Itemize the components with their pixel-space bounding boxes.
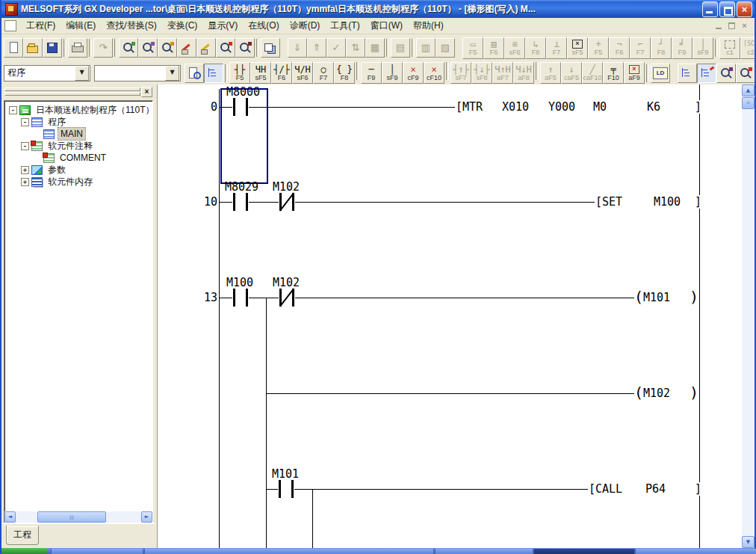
closed-contact[interactable] xyxy=(279,289,295,307)
ladder-vertical-scrollbar[interactable]: ▲ ≡ ▼ xyxy=(742,84,755,548)
cross-reference-button[interactable] xyxy=(261,38,280,58)
program-list-button[interactable]: ▤ xyxy=(391,38,410,58)
tree-toggle-minus-icon[interactable]: - xyxy=(21,142,29,150)
menu-item-8[interactable]: 窗口(W) xyxy=(365,18,408,34)
chevron-down-icon[interactable]: ▼ xyxy=(75,66,89,81)
rising-pulse-contact-button[interactable]: ┤↑├sF7 xyxy=(450,62,471,84)
read-from-plc-button[interactable]: ⇑ xyxy=(307,38,326,58)
ladder-list-toggle-button[interactable] xyxy=(651,64,670,83)
tree-item-device-comment[interactable]: -软元件注释 xyxy=(4,140,152,152)
mode-combo[interactable]: 程序 ▼ xyxy=(4,65,90,81)
taskbar-button[interactable] xyxy=(51,549,143,554)
open-contact-branch-button[interactable]: ЧНsF5 xyxy=(250,62,271,84)
scroll-left-arrow[interactable]: ◄ xyxy=(4,511,16,523)
tree-toggle-plus-icon[interactable]: + xyxy=(21,166,29,174)
taskbar-button[interactable] xyxy=(635,549,756,554)
rising-pulse-op-button[interactable]: ↑aF5 xyxy=(540,62,561,84)
save-project-button[interactable] xyxy=(43,38,62,58)
wire-corner-f6-button[interactable]: ¬F6 xyxy=(609,37,630,59)
falling-pulse-op-button[interactable]: ↓caF5 xyxy=(561,62,582,84)
tree-toggle-minus-icon[interactable]: - xyxy=(9,106,17,114)
wire-box-f5-button[interactable]: ▭F5 xyxy=(462,37,483,59)
print-button[interactable] xyxy=(68,38,87,58)
ladder-editor[interactable]: 0M8000[MTRX010Y000M0K6]10M8029M102[SETM1… xyxy=(157,84,746,548)
write-to-plc-button[interactable]: ⇓ xyxy=(288,38,307,58)
scroll-right-arrow[interactable]: ► xyxy=(141,511,152,523)
menu-item-3[interactable]: 变换(C) xyxy=(162,18,203,34)
error-check-button[interactable]: ✓ xyxy=(326,38,346,58)
find-string-button[interactable] xyxy=(158,38,177,58)
tree-toggle-plus-icon[interactable]: + xyxy=(21,178,29,186)
falling-pulse-branch-button[interactable]: Ч↓НaF8 xyxy=(513,62,534,84)
sort-steps-button[interactable]: ⇅ xyxy=(346,38,365,58)
find-button[interactable] xyxy=(119,38,138,58)
closed-contact[interactable] xyxy=(279,193,295,211)
tree-toggle-minus-icon[interactable]: - xyxy=(21,118,29,126)
wire-corner-f7-button[interactable]: ⌐F7 xyxy=(630,37,651,59)
panel-close-button[interactable]: × xyxy=(141,87,152,97)
comment-display-button[interactable] xyxy=(185,64,204,83)
find-coil-button[interactable] xyxy=(235,38,255,58)
interlock-c2-button[interactable]: [SC]c2 xyxy=(740,37,755,59)
menu-item-1[interactable]: 编辑(E) xyxy=(61,18,101,34)
rising-pulse-branch-button[interactable]: Ч↑НaF7 xyxy=(492,62,513,84)
mdi-close-button[interactable]: × xyxy=(739,21,750,31)
scroll-down-arrow[interactable]: ▼ xyxy=(742,536,755,548)
delete-vertical-line-button[interactable]: ×cF10 xyxy=(424,62,444,84)
close-button[interactable]: × xyxy=(737,1,752,17)
mdi-restore-button[interactable] xyxy=(726,21,737,31)
device-combo[interactable]: ▼ xyxy=(94,65,181,81)
child-window-icon[interactable] xyxy=(4,20,16,31)
tree-item-comment[interactable]: COMMENT xyxy=(4,152,152,164)
tree-horizontal-scrollbar[interactable]: ◄ ∥∥ ► xyxy=(4,511,152,523)
application-instruction-button[interactable]: { }F8 xyxy=(334,62,355,84)
coil-button[interactable]: ○F7 xyxy=(313,62,334,84)
wire-vert-sf9-button[interactable]: │sF9 xyxy=(693,37,713,59)
open-contact[interactable] xyxy=(278,480,294,498)
taskbar-button-active[interactable] xyxy=(533,549,635,554)
invert-op-button[interactable]: ╱caF10 xyxy=(582,62,603,84)
closed-contact-button[interactable]: ┤/├F6 xyxy=(271,62,292,84)
macro-b-button[interactable]: ▨ xyxy=(436,38,455,58)
panel-grip[interactable] xyxy=(4,87,140,91)
scrollbar-thumb[interactable]: ∥∥ xyxy=(37,511,106,523)
project-tree-toggle-button[interactable] xyxy=(204,64,223,83)
wire-ground-f7-button[interactable]: ⊥F7 xyxy=(546,37,567,59)
wire-jump-f8-button[interactable]: ↳F8 xyxy=(525,37,546,59)
replace-device-button[interactable] xyxy=(177,38,196,58)
closed-contact-branch-button[interactable]: Ч/НsF6 xyxy=(292,62,313,84)
wire-box-f6-button[interactable]: ▤F6 xyxy=(483,37,504,59)
tree-item-program[interactable]: -程序 xyxy=(4,116,152,128)
menu-item-2[interactable]: 查找/替换(S) xyxy=(101,18,161,34)
wire-corner-f8-button[interactable]: ┘F8 xyxy=(651,37,672,59)
new-project-button[interactable] xyxy=(4,38,23,58)
device-test-button[interactable] xyxy=(736,64,755,83)
project-tab[interactable]: 工程 xyxy=(6,526,39,545)
vertical-line-button[interactable]: │sF9 xyxy=(382,62,403,84)
menu-item-6[interactable]: 诊断(D) xyxy=(285,18,326,34)
wire-cross-sf5-button[interactable]: sF5 xyxy=(567,37,588,59)
macro-a-button[interactable]: ▥ xyxy=(416,38,436,58)
scroll-up-arrow[interactable]: ▲ xyxy=(742,84,755,96)
wire-corner-f9-button[interactable]: ╛F9 xyxy=(672,37,693,59)
start-button[interactable] xyxy=(1,548,48,554)
taskbar-button[interactable] xyxy=(435,549,533,554)
replace-string-button[interactable] xyxy=(196,38,216,58)
open-project-button[interactable] xyxy=(23,38,43,58)
menu-item-7[interactable]: 工具(T) xyxy=(325,18,365,34)
menu-item-9[interactable]: 帮助(H) xyxy=(408,18,449,34)
falling-pulse-contact-button[interactable]: ┤↓├sF8 xyxy=(471,62,492,84)
scrollbar-thumb[interactable]: ≡ xyxy=(742,97,755,109)
find-contact-button[interactable] xyxy=(216,38,235,58)
menu-item-0[interactable]: 工程(F) xyxy=(21,18,61,34)
open-contact-button[interactable]: ┤├F5 xyxy=(229,62,250,84)
device-monitor-button[interactable] xyxy=(716,64,736,83)
menu-item-5[interactable]: 在线(O) xyxy=(243,18,284,34)
mdi-minimize-button[interactable] xyxy=(713,21,725,31)
find-device-button[interactable] xyxy=(138,38,158,58)
open-contact[interactable] xyxy=(232,193,249,211)
tree-item-root[interactable]: -日本顺送机控制程序（110T） xyxy=(4,104,152,116)
panel-grip[interactable] xyxy=(4,92,140,96)
comment-edit-button[interactable] xyxy=(697,64,716,83)
delete-horizontal-line-button[interactable]: ×cF9 xyxy=(403,62,424,84)
